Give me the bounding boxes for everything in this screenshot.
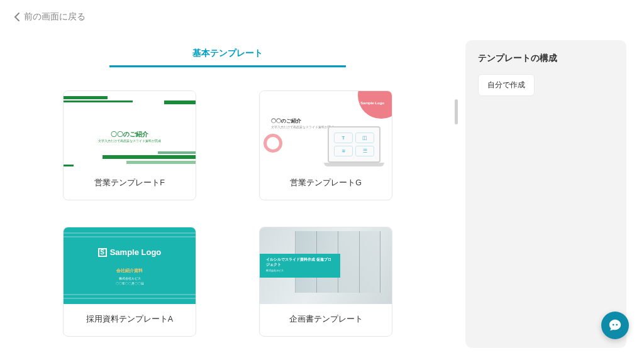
back-label: 前の画面に戻る [24, 11, 86, 23]
main-content: 基本テンプレート 〇〇のご紹介 文字入力だけで高品質なスライド資料が完成 営業テ… [0, 38, 455, 353]
thumb-mid: 会社紹介資料 [64, 268, 196, 274]
thumb-sub1: 株式会社ルビス [64, 276, 196, 280]
data-icon: ◫ [355, 133, 374, 143]
list-icon: ☰ [355, 146, 374, 156]
logo-mark-icon: S [98, 248, 107, 257]
chevron-left-icon [14, 13, 20, 21]
template-grid: 〇〇のご紹介 文字入力だけで高品質なスライド資料が完成 営業テンプレートF S … [0, 90, 455, 337]
chat-icon [608, 318, 622, 332]
template-thumbnail: イルシルでスライド資料作成 促進プロジェクト 株式会社ルビス [260, 227, 392, 304]
template-title: 採用資料テンプレートA [64, 304, 196, 336]
scrollbar[interactable] [455, 99, 458, 124]
template-thumbnail: S Sample Logo 会社紹介資料 株式会社ルビス 〇〇年〇〇月〇〇日 [64, 227, 196, 304]
thumb-headline: 〇〇のご紹介 [64, 130, 196, 139]
thumb-sub2: 〇〇年〇〇月〇〇日 [64, 281, 196, 285]
thumb-subline: 文字入力だけで高品質なスライド資料が完成 [64, 139, 196, 143]
sidebar-title: テンプレートの構成 [478, 53, 614, 64]
chart-icon: ⫪ [334, 133, 353, 143]
template-card-recruit-a[interactable]: S Sample Logo 会社紹介資料 株式会社ルビス 〇〇年〇〇月〇〇日 採… [63, 227, 196, 337]
template-title: 企画書テンプレート [260, 304, 392, 336]
tab-wrap: 基本テンプレート [109, 41, 346, 68]
template-card-sales-f[interactable]: 〇〇のご紹介 文字入力だけで高品質なスライド資料が完成 営業テンプレートF [63, 90, 196, 200]
tab-basic-templates[interactable]: 基本テンプレート [109, 41, 346, 67]
sidebar: テンプレートの構成 自分で作成 [465, 40, 626, 348]
thumb-headline: 〇〇のご紹介 [271, 117, 301, 124]
graph-icon: ≋ [334, 146, 353, 156]
tab-header: 基本テンプレート [0, 41, 455, 68]
chat-button[interactable] [601, 312, 629, 339]
thumb-bar-title: イルシルでスライド資料作成 促進プロジェクト [266, 258, 334, 268]
create-self-button[interactable]: 自分で作成 [478, 74, 535, 96]
template-thumbnail: S Sample Logo 〇〇のご紹介 文字入力だけで高品質なスライド資料が完… [260, 91, 392, 168]
thumb-logo: S Sample Logo [64, 247, 196, 257]
template-title: 営業テンプレートF [64, 168, 196, 200]
thumb-bar-sub: 株式会社ルビス [266, 269, 334, 272]
template-title: 営業テンプレートG [260, 168, 392, 200]
template-card-proposal[interactable]: イルシルでスライド資料作成 促進プロジェクト 株式会社ルビス 企画書テンプレート [259, 227, 392, 337]
template-thumbnail: 〇〇のご紹介 文字入力だけで高品質なスライド資料が完成 [64, 91, 196, 168]
thumb-logo: S Sample Logo [357, 101, 384, 105]
back-link[interactable]: 前の画面に戻る [14, 11, 86, 23]
template-card-sales-g[interactable]: S Sample Logo 〇〇のご紹介 文字入力だけで高品質なスライド資料が完… [259, 90, 392, 200]
